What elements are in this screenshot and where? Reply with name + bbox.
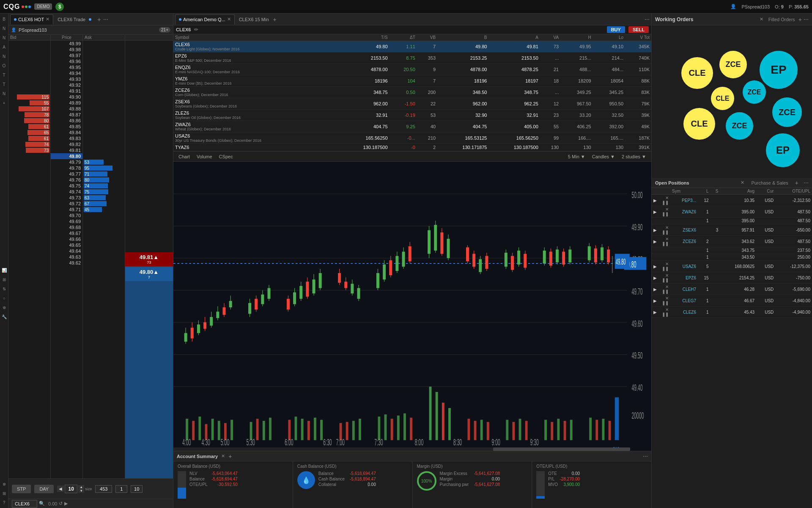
quote-table-row[interactable]: EPZ6 E-Mini S&P 500; December 2016 2153.… [173, 52, 651, 64]
tab-clex6-15min[interactable]: CLEX6 15 Min [236, 14, 272, 25]
sidebar-icon-chart[interactable]: 📊 [0, 266, 8, 274]
position-sym[interactable]: ZCEZ6 [683, 239, 696, 244]
sidebar-icon-n4[interactable]: N [0, 90, 8, 97]
ask-row[interactable] [83, 88, 125, 94]
ask-row[interactable] [83, 218, 125, 224]
bubble-ep[interactable]: EP [760, 51, 798, 89]
ask-row[interactable] [83, 106, 125, 112]
position-sym[interactable]: CLEH7 [683, 287, 696, 292]
dollar-badge[interactable]: $ [55, 3, 64, 11]
bid-row[interactable]: 61 [8, 124, 50, 130]
sidebar-icon-add[interactable]: + [0, 99, 8, 107]
bid-row[interactable] [8, 153, 50, 159]
filled-orders-tab[interactable]: Filled Orders [768, 17, 795, 22]
bubble-zce[interactable]: ZCE [743, 80, 766, 104]
ask-row[interactable] [83, 82, 125, 88]
bid-row[interactable] [8, 159, 50, 165]
position-sym[interactable]: EPZ6 [686, 276, 696, 280]
bid-row[interactable] [8, 171, 50, 177]
pencil-icon[interactable]: ✏ [194, 27, 198, 33]
sidebar-icon-n3[interactable]: N [0, 52, 8, 60]
bid-row[interactable] [8, 58, 50, 64]
position-row[interactable]: 1 395.00 487.50 [652, 218, 812, 224]
studies-selector[interactable]: 2 studies ▼ [620, 154, 648, 159]
chart-scrollbar-thumb[interactable] [493, 447, 630, 451]
search-icon[interactable]: 🔍 [39, 501, 45, 506]
tab-add-center[interactable]: + [273, 16, 277, 23]
ask-row[interactable] [83, 58, 125, 64]
refresh-icon[interactable]: ↺ [59, 501, 63, 506]
bid-row[interactable] [8, 47, 50, 52]
position-row[interactable]: ▶ ✕ ❚❚ CLEZ6 1 45.43 USD -4,940.00 [652, 306, 812, 318]
sell-button[interactable]: SELL [628, 26, 649, 33]
bid-row[interactable] [8, 165, 50, 171]
bid-row[interactable] [8, 64, 50, 70]
bid-row[interactable] [8, 82, 50, 88]
bid-row[interactable] [8, 76, 50, 82]
bubble-cle[interactable]: CLE [711, 87, 734, 110]
position-row[interactable]: ▶ ✕ ❚❚ PEP3... 12 10.35 USD -2,312.50 [652, 195, 812, 206]
sidebar-icon-arrows[interactable]: ⇅ [0, 285, 8, 293]
close-cell[interactable]: ✕ ❚❚ [660, 284, 670, 295]
position-row[interactable]: ▶ ✕ ❚❚ EPZ6 15 2154.25 USD -750.00 [652, 272, 812, 284]
bid-row[interactable] [8, 242, 50, 248]
forward-icon[interactable]: ▶ [64, 501, 68, 506]
bid-row[interactable] [8, 177, 50, 183]
quote-table-row[interactable]: ZSEX6 Soybeans (Globex); December 2016 9… [173, 98, 651, 110]
position-row[interactable]: ▶ ✕ ❚❚ ZCEZ6 2 343.62 USD 487.50 [652, 236, 812, 247]
wo-add[interactable]: + [798, 16, 802, 23]
ask-row[interactable] [83, 112, 125, 118]
sidebar-icon-grid[interactable]: ⊞ [0, 489, 8, 497]
ask-row[interactable]: 75 [83, 189, 125, 195]
bid-row[interactable]: 73 [8, 147, 50, 153]
ask-row[interactable]: 53 [83, 159, 125, 165]
bid-row[interactable] [8, 224, 50, 230]
tab-menu-left[interactable]: ⋯ [103, 17, 108, 22]
qty-input-2[interactable] [115, 485, 127, 493]
bid-row[interactable] [8, 236, 50, 242]
timeframe-selector[interactable]: 5 Min ▼ [566, 154, 587, 159]
qty-input-1[interactable] [95, 485, 112, 493]
qty-up-button[interactable]: ▲ [78, 485, 84, 489]
sidebar-icon-table[interactable]: ⊞ [0, 276, 8, 283]
lp-username[interactable]: PSspread103 [19, 28, 47, 33]
bubble-zce[interactable]: ZCE [772, 97, 802, 127]
position-sym[interactable]: ZWAZ6 [682, 210, 696, 214]
sidebar-icon-a[interactable]: A [0, 43, 8, 51]
wo-close[interactable]: ✕ [760, 17, 763, 22]
quote-table-row[interactable]: ZLEZ6 Soybean Oil (Globex); December 201… [173, 110, 651, 121]
ask-row[interactable] [83, 64, 125, 70]
bid-row[interactable]: 55 [8, 100, 50, 106]
position-sym[interactable]: USAZ6 [683, 264, 696, 269]
bid-row[interactable]: 115 [8, 94, 50, 100]
bid-row[interactable] [8, 218, 50, 224]
bid-row[interactable] [8, 183, 50, 189]
close-cell[interactable]: ✕ ❚❚ [660, 272, 670, 284]
bid-row[interactable] [8, 52, 50, 58]
bid-row[interactable]: 65 [8, 130, 50, 135]
sidebar-icon-t1[interactable]: T [0, 71, 8, 79]
position-row[interactable]: ▶ ✕ ❚❚ ZWAZ6 1 395.00 USD 487.50 [652, 206, 812, 218]
quote-table-row[interactable]: USAZ6 30yr US Treasury Bonds (Globex); D… [173, 133, 651, 144]
bubble-cle[interactable]: CLE [683, 108, 715, 140]
candles-selector[interactable]: Candles ▼ [590, 154, 617, 159]
volume-tab[interactable]: Volume [195, 154, 214, 159]
quote-table-row[interactable]: TYAZ6 130.187500 -0 2 130.171875 130.187… [173, 144, 651, 151]
ask-row[interactable] [83, 141, 125, 147]
position-sym[interactable]: CLEG7 [682, 298, 696, 303]
p-and-s-tab[interactable]: Purchase & Sales [751, 180, 788, 185]
tab-american-demo[interactable]: American Demo Q... ✕ [175, 14, 235, 25]
close-cell[interactable]: ✕ ❚❚ [660, 195, 670, 206]
position-sym[interactable]: CLEZ6 [683, 310, 696, 315]
sidebar-icon-b[interactable]: B [0, 15, 8, 23]
username-label[interactable]: PSspread103 [741, 4, 770, 9]
bid-row[interactable] [8, 213, 50, 218]
pos-close[interactable]: ✕ [741, 180, 744, 185]
wo-menu[interactable]: ⋯ [804, 17, 809, 22]
ask-row[interactable] [83, 41, 125, 47]
bid-row[interactable]: 78 [8, 112, 50, 118]
ask-row[interactable]: 45 [83, 207, 125, 213]
ask-row[interactable] [83, 130, 125, 135]
sidebar-icon-question[interactable]: ? [0, 499, 8, 506]
bid-row[interactable] [8, 201, 50, 207]
